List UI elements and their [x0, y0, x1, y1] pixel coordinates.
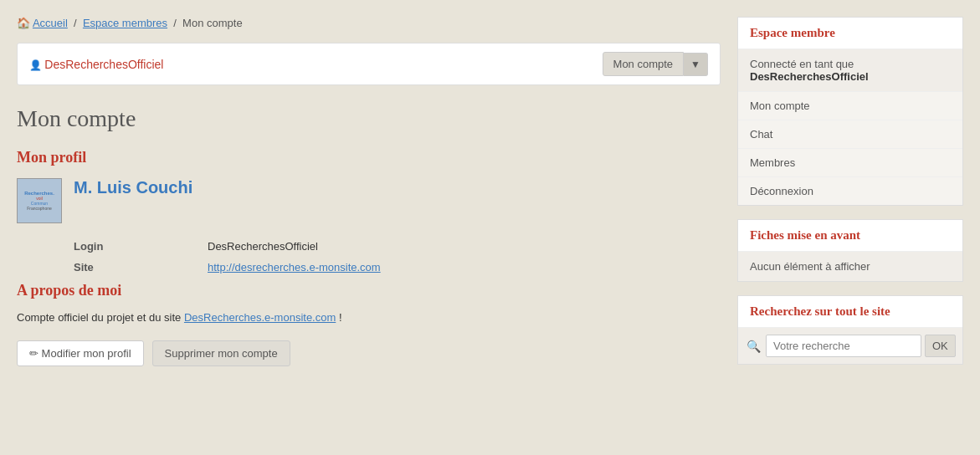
site-label: Site: [74, 261, 208, 274]
breadcrumb-current: Mon compte: [182, 17, 243, 29]
about-text-suffix: !: [336, 311, 341, 324]
user-bar: DesRecherchesOfficiel Mon compte ▼: [17, 43, 721, 85]
site-value: http://desrecherches.e-monsite.com: [208, 261, 381, 274]
sidebar-item-membres[interactable]: Membres: [738, 149, 962, 177]
about-text-prefix: Compte officiel du projet et du site: [17, 311, 184, 324]
search-ok-button[interactable]: OK: [925, 335, 956, 357]
edit-profile-button[interactable]: ✏ Modifier mon profil: [17, 340, 144, 366]
search-input[interactable]: [766, 335, 921, 357]
login-field: Login DesRecherchesOfficiel: [74, 240, 721, 253]
profile-name: M. Luis Couchi: [74, 178, 192, 197]
sidebar-search-box-container: Recherchez sur tout le site 🔍 OK: [737, 295, 963, 365]
profile-section-title: Mon profil: [17, 149, 721, 166]
sidebar-member-box: Espace membre Connecté en tant que DesRe…: [737, 17, 963, 206]
user-bar-username: DesRecherchesOfficiel: [29, 58, 163, 71]
site-field: Site http://desrecherches.e-monsite.com: [74, 261, 721, 274]
profile-header: Recherches. voil Commun Francophone M. L…: [17, 178, 721, 223]
profile-fields: Login DesRecherchesOfficiel Site http://…: [74, 240, 721, 274]
sidebar-fiches-title: Fiches mise en avant: [738, 220, 962, 252]
about-text: Compte officiel du projet et du site Des…: [17, 311, 721, 324]
sidebar-fiches-empty: Aucun élément à afficher: [738, 252, 962, 281]
sidebar-item-deconnexion[interactable]: Déconnexion: [738, 177, 962, 205]
connected-label: Connecté en tant que: [750, 58, 854, 70]
sidebar-search-title: Recherchez sur tout le site: [738, 296, 962, 328]
connected-username: DesRecherchesOfficiel: [750, 70, 951, 83]
page-title: Mon compte: [17, 105, 721, 132]
sidebar-fiches-box: Fiches mise en avant Aucun élément à aff…: [737, 219, 963, 282]
sidebar-item-mon-compte[interactable]: Mon compte: [738, 92, 962, 120]
login-label: Login: [74, 240, 208, 253]
sidebar-connected-info: Connecté en tant que DesRecherchesOffici…: [738, 49, 962, 92]
about-link[interactable]: DesRecherches.e-monsite.com: [184, 311, 336, 324]
home-icon: 🏠: [17, 17, 30, 29]
breadcrumb: 🏠 Accueil / Espace membres / Mon compte: [17, 17, 721, 29]
breadcrumb-home[interactable]: Accueil: [33, 17, 68, 29]
sidebar-item-chat[interactable]: Chat: [738, 120, 962, 149]
breadcrumb-members[interactable]: Espace membres: [83, 17, 167, 29]
login-value: DesRecherchesOfficiel: [208, 240, 318, 253]
delete-account-button[interactable]: Supprimer mon compte: [152, 340, 290, 366]
about-section-title: A propos de moi: [17, 282, 721, 299]
search-icon: 🔍: [747, 340, 761, 353]
about-section: A propos de moi Compte officiel du proje…: [17, 282, 721, 324]
avatar: Recherches. voil Commun Francophone: [17, 178, 62, 223]
sidebar-search-area: 🔍 OK: [738, 328, 962, 364]
dropdown-arrow-icon[interactable]: ▼: [684, 53, 708, 76]
action-buttons: ✏ Modifier mon profil Supprimer mon comp…: [17, 340, 721, 366]
user-bar-dropdown-button[interactable]: Mon compte: [603, 52, 685, 76]
sidebar-member-title: Espace membre: [738, 18, 962, 49]
site-link[interactable]: http://desrecherches.e-monsite.com: [208, 261, 381, 274]
user-bar-dropdown[interactable]: Mon compte ▼: [603, 52, 708, 76]
sidebar: Espace membre Connecté en tant que DesRe…: [737, 17, 963, 378]
